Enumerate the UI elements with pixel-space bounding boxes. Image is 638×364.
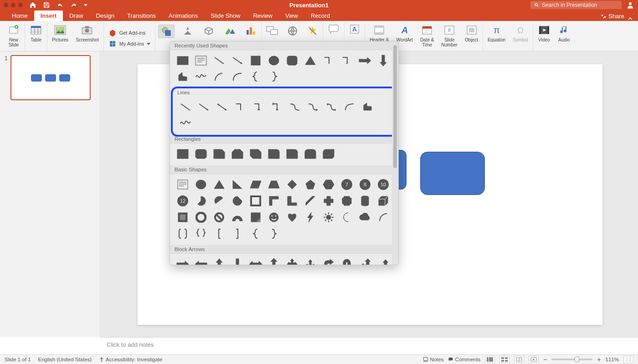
search-input[interactable]	[542, 2, 618, 8]
curved-arrow-shape[interactable]	[304, 99, 322, 115]
frame-shape[interactable]	[247, 193, 265, 209]
textbox-shape[interactable]	[192, 53, 210, 68]
no-symbol-shape[interactable]	[210, 210, 228, 225]
down-arrow-shape[interactable]	[374, 53, 392, 68]
decagon-shape[interactable]: 10	[374, 177, 392, 192]
cross-shape[interactable]	[319, 193, 338, 209]
rounded-rectangle-shape[interactable]	[192, 146, 210, 162]
home-icon[interactable]	[29, 1, 36, 9]
snip-single-corner-shape[interactable]	[210, 146, 228, 162]
rounded-rectangle-shape-partial[interactable]	[397, 150, 406, 190]
pentagon-shape[interactable]	[301, 177, 319, 192]
get-addins-button[interactable]: Get Add-ins	[107, 27, 147, 38]
zoom-button[interactable]	[264, 25, 280, 37]
elbow-connector-shape[interactable]	[319, 53, 338, 68]
line-shape[interactable]	[176, 99, 195, 115]
bevel-shape[interactable]	[174, 210, 192, 225]
user-icon[interactable]	[626, 1, 634, 9]
block-arc-shape[interactable]	[228, 210, 247, 225]
freeform-shape[interactable]	[174, 69, 192, 85]
qat-customize-icon[interactable]	[84, 4, 87, 6]
bent-arrow-shape[interactable]	[319, 256, 338, 265]
slide-thumbnail[interactable]	[10, 55, 91, 100]
donut-shape[interactable]	[192, 210, 210, 225]
tab-review[interactable]: Review	[247, 10, 279, 21]
undo-icon[interactable]	[57, 1, 64, 9]
normal-view-button[interactable]	[485, 356, 495, 363]
notes-toggle[interactable]: Notes	[423, 357, 443, 362]
save-icon[interactable]	[43, 1, 50, 9]
rectangle-shape[interactable]	[174, 146, 192, 162]
line-arrow-shape[interactable]	[195, 99, 213, 115]
slide-number-button[interactable]: # SlideNumber	[439, 23, 459, 48]
zoom-value[interactable]: 111%	[606, 357, 619, 362]
up-arrow-shape[interactable]	[210, 256, 228, 265]
zoom-in-button[interactable]: +	[597, 356, 601, 363]
octagon-shape[interactable]: 8	[356, 177, 374, 192]
tab-insert[interactable]: Insert	[34, 10, 63, 21]
cube-shape[interactable]	[374, 193, 392, 209]
panel-scrollbar[interactable]	[392, 41, 398, 265]
isoceles-triangle-shape[interactable]	[210, 177, 228, 192]
curved-connector-shape[interactable]	[286, 99, 304, 115]
elbow-connector-shape[interactable]	[231, 99, 249, 115]
object-button[interactable]: Object	[463, 23, 480, 48]
chart-button[interactable]	[243, 25, 258, 37]
curve-shape[interactable]	[340, 99, 359, 115]
rectangle-shape[interactable]	[174, 53, 192, 68]
date-time-button[interactable]: Date &Time	[418, 23, 436, 48]
scribble-shape[interactable]	[176, 116, 195, 131]
zoom-out-button[interactable]: −	[543, 356, 547, 363]
triangle-shape[interactable]	[301, 53, 319, 68]
video-button[interactable]: Video	[536, 23, 552, 43]
redo-icon[interactable]	[70, 1, 77, 9]
textbox-shape[interactable]	[174, 177, 192, 192]
audio-button[interactable]: Audio	[556, 23, 572, 43]
left-up-arrow-shape[interactable]	[356, 256, 374, 265]
half-frame-shape[interactable]	[265, 193, 283, 209]
smartart-button[interactable]	[222, 25, 237, 37]
language-indicator[interactable]: English (United States)	[38, 357, 92, 362]
arc-shape[interactable]	[210, 69, 228, 85]
down-arrow-shape[interactable]	[228, 256, 247, 265]
close-window-icon[interactable]	[4, 3, 8, 7]
pictures-button[interactable]: Pictures	[50, 23, 70, 43]
curve-shape[interactable]	[228, 69, 247, 85]
tab-animations[interactable]: Animations	[162, 10, 204, 21]
shapes-button[interactable]	[158, 25, 175, 38]
right-bracket-shape[interactable]	[228, 226, 247, 241]
diagonal-stripe-shape[interactable]	[301, 193, 319, 209]
tab-transitions[interactable]: Transitions	[121, 10, 162, 21]
line-shape[interactable]	[210, 53, 228, 68]
zoom-slider[interactable]	[551, 359, 592, 360]
right-triangle-shape[interactable]	[228, 177, 247, 192]
trapezoid-shape[interactable]	[265, 177, 283, 192]
3d-models-button[interactable]	[201, 25, 216, 37]
snip-diagonal-shape[interactable]	[247, 146, 265, 162]
oval-shape[interactable]	[265, 53, 283, 68]
tab-design[interactable]: Design	[89, 10, 120, 21]
square-shape[interactable]	[247, 53, 265, 68]
search-box[interactable]	[530, 1, 622, 9]
snip-round-single-shape[interactable]	[265, 146, 283, 162]
tab-draw[interactable]: Draw	[63, 10, 89, 21]
folded-corner-shape[interactable]	[247, 210, 265, 225]
slideshow-view-button[interactable]	[529, 356, 539, 363]
share-button[interactable]: Share	[597, 11, 628, 21]
scrollbar-thumb[interactable]	[393, 45, 397, 168]
fit-to-window-button[interactable]	[623, 356, 633, 363]
quad-arrow-shape[interactable]	[283, 256, 301, 265]
smiley-face-shape[interactable]	[265, 210, 283, 225]
uturn-arrow-shape[interactable]	[338, 256, 356, 265]
comments-toggle[interactable]: Comments	[448, 357, 480, 362]
tab-view[interactable]: View	[279, 10, 304, 21]
sun-shape[interactable]	[319, 210, 338, 225]
arrow-line-shape[interactable]	[228, 53, 247, 68]
cloud-shape[interactable]	[356, 210, 374, 225]
reading-view-button[interactable]	[514, 356, 524, 363]
line-double-arrow-shape[interactable]	[213, 99, 231, 115]
rounded-rectangle-shape[interactable]	[420, 152, 485, 195]
action-button[interactable]	[305, 25, 320, 37]
notes-pane[interactable]: Click to add notes	[100, 337, 638, 354]
new-slide-button[interactable]: NewSlide	[5, 23, 22, 48]
